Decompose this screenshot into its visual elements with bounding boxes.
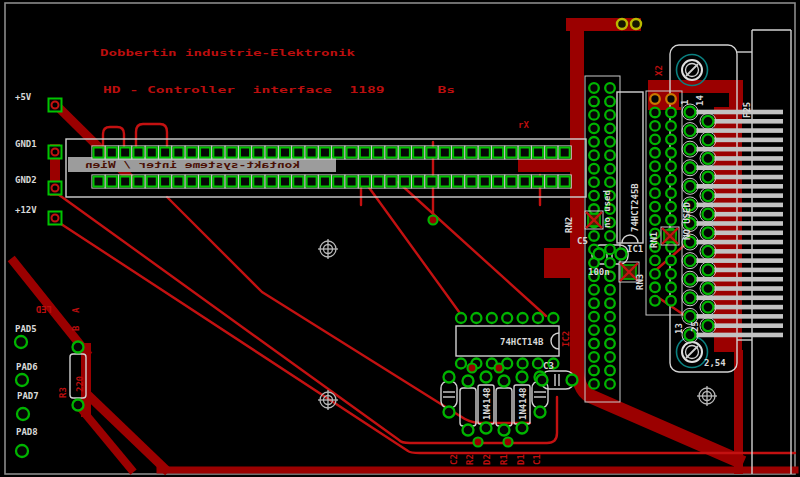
header1-pad[interactable] (589, 83, 599, 93)
x1-pad[interactable] (493, 177, 503, 187)
header1-pad[interactable] (589, 110, 599, 120)
x1-pad[interactable] (240, 148, 250, 158)
db25-pad[interactable] (703, 116, 714, 127)
db25-pad[interactable] (703, 320, 714, 331)
header1-pad[interactable] (605, 150, 615, 160)
x1-pad[interactable] (387, 148, 397, 158)
x1-pad[interactable] (173, 177, 183, 187)
ic2-pad[interactable] (548, 313, 558, 323)
io-pad[interactable] (16, 374, 28, 386)
io-pad[interactable] (15, 336, 27, 348)
x1-pad[interactable] (240, 177, 250, 187)
trace-ic2-a[interactable] (365, 182, 462, 316)
x1-pad[interactable] (546, 148, 556, 158)
ic2-pad[interactable] (502, 313, 512, 323)
header1-pad[interactable] (589, 298, 599, 308)
x1-pad[interactable] (307, 148, 317, 158)
header2-pad[interactable] (650, 121, 660, 131)
header1-pad[interactable] (605, 231, 615, 241)
x1-pad[interactable] (360, 148, 370, 158)
io-pad[interactable] (17, 408, 29, 420)
header2-pad[interactable] (666, 94, 676, 104)
db25-pad[interactable] (685, 181, 696, 192)
ic2-pad[interactable] (487, 313, 497, 323)
header2-pad[interactable] (666, 161, 676, 171)
db25-pad[interactable] (703, 209, 714, 220)
x1-pad[interactable] (173, 148, 183, 158)
header1-pad[interactable] (589, 379, 599, 389)
x1-pad[interactable] (187, 177, 197, 187)
x1-pad[interactable] (373, 177, 383, 187)
top-right-pad[interactable] (617, 19, 627, 29)
ic2-pad[interactable] (456, 359, 466, 369)
x1-pad[interactable] (267, 177, 277, 187)
header2-pad[interactable] (666, 175, 676, 185)
top-right-pad[interactable] (631, 19, 641, 29)
header2-pad[interactable] (666, 148, 676, 158)
x1-pad[interactable] (520, 148, 530, 158)
x1-pad[interactable] (147, 148, 157, 158)
component-pad[interactable] (594, 249, 605, 260)
header2-pad[interactable] (650, 283, 660, 293)
x1-pad[interactable] (533, 177, 543, 187)
header1-pad[interactable] (605, 177, 615, 187)
x1-pad[interactable] (440, 177, 450, 187)
header1-pad[interactable] (605, 325, 615, 335)
x1-pad[interactable] (133, 177, 143, 187)
header1-pad[interactable] (589, 352, 599, 362)
x1-pad[interactable] (360, 177, 370, 187)
x1-pad[interactable] (280, 148, 290, 158)
component-pad[interactable] (463, 425, 474, 436)
header2-pad[interactable] (666, 283, 676, 293)
x1-pad[interactable] (94, 177, 104, 187)
db25-pad[interactable] (703, 246, 714, 257)
db25-pad[interactable] (685, 292, 696, 303)
header2-pad[interactable] (666, 215, 676, 225)
header1-pad[interactable] (589, 124, 599, 134)
x1-pad[interactable] (120, 177, 130, 187)
db25-pad[interactable] (685, 162, 696, 173)
header2-pad[interactable] (650, 296, 660, 306)
component-pad[interactable] (73, 400, 84, 411)
x1-pad[interactable] (227, 148, 237, 158)
header1-pad[interactable] (589, 150, 599, 160)
header2-pad[interactable] (666, 269, 676, 279)
component-pad[interactable] (444, 407, 455, 418)
db25-pad[interactable] (685, 144, 696, 155)
header2-pad[interactable] (650, 148, 660, 158)
x1-pad[interactable] (373, 148, 383, 158)
via[interactable] (468, 364, 477, 373)
rn1-jumper[interactable] (661, 227, 679, 245)
x1-pad[interactable] (320, 177, 330, 187)
header1-pad[interactable] (605, 164, 615, 174)
header2-pad[interactable] (650, 202, 660, 212)
header1-pad[interactable] (589, 285, 599, 295)
component-pad[interactable] (444, 372, 455, 383)
header2-pad[interactable] (666, 135, 676, 145)
x1-pad[interactable] (333, 177, 343, 187)
x1-pad[interactable] (347, 177, 357, 187)
x1-copper-bar[interactable] (518, 159, 574, 172)
x1-pad[interactable] (253, 148, 263, 158)
db25-pad[interactable] (703, 134, 714, 145)
header1-pad[interactable] (605, 110, 615, 120)
component-pad[interactable] (73, 342, 84, 353)
header2-pad[interactable] (650, 161, 660, 171)
component-pad[interactable] (499, 425, 510, 436)
db25-pad[interactable] (703, 264, 714, 275)
x1-pad[interactable] (213, 177, 223, 187)
trace-elbow[interactable] (577, 368, 737, 460)
header2-pad[interactable] (666, 256, 676, 266)
via[interactable] (504, 438, 513, 447)
header2-pad[interactable] (650, 256, 660, 266)
via[interactable] (474, 438, 483, 447)
x1-pad[interactable] (480, 148, 490, 158)
component-pad[interactable] (481, 372, 492, 383)
x1-pad[interactable] (347, 148, 357, 158)
x1-pad[interactable] (213, 148, 223, 158)
x1-pad[interactable] (427, 148, 437, 158)
header1-pad[interactable] (589, 339, 599, 349)
x1-pad[interactable] (160, 148, 170, 158)
x1-pad[interactable] (506, 177, 516, 187)
x1-pad[interactable] (413, 177, 423, 187)
